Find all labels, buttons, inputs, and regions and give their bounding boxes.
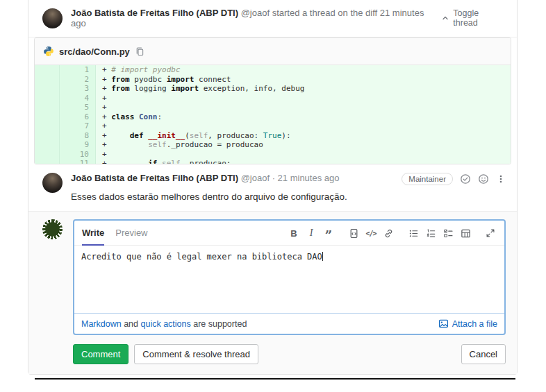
tab-preview[interactable]: Preview <box>115 228 147 244</box>
current-user-avatar <box>42 219 63 239</box>
bold-button[interactable]: B <box>288 227 300 239</box>
kebab-menu-icon <box>496 173 506 185</box>
diff-line: 11+ if self._producao: <box>35 159 511 164</box>
table-button[interactable] <box>459 227 472 239</box>
editor-tabs: Write Preview B I ” </> <box>74 221 504 246</box>
copy-path-button[interactable] <box>135 46 144 56</box>
code-line-content: + from pyodbc import connect <box>96 75 511 85</box>
smiley-icon <box>478 173 489 185</box>
table-icon <box>461 228 471 239</box>
markdown-hint: Markdown and quick actions are supported <box>81 319 247 329</box>
file-path-link[interactable]: src/dao/Conn.py <box>59 46 130 57</box>
new-line-number: 2 <box>60 75 96 85</box>
new-line-number: 6 <box>60 112 96 122</box>
task-list-button[interactable] <box>442 227 454 239</box>
discussion-card: João Batista de Freitas Filho (ABP DTI) … <box>28 0 518 375</box>
editor-footer: Markdown and quick actions are supported… <box>74 313 504 334</box>
code-line-content: + def __init__(self, producao: True): <box>96 131 511 141</box>
chevron-up-icon <box>441 14 449 22</box>
diff-line: 7+ <box>35 121 511 131</box>
attach-image-icon <box>438 318 449 329</box>
thread-header: João Batista de Freitas Filho (ABP DTI) … <box>28 0 517 37</box>
diff-line: 9+ self._producao = producao <box>35 140 511 150</box>
markdown-link[interactable]: Markdown <box>81 319 122 329</box>
new-line-number: 9 <box>60 140 96 150</box>
code-line-content: + <box>96 121 511 131</box>
reply-section: Write Preview B I ” </> <box>28 212 517 374</box>
diff-box: src/dao/Conn.py 1+ # import pyodbc2+ fro… <box>34 37 511 164</box>
bullet-list-icon <box>408 228 419 239</box>
old-line-number <box>35 159 60 164</box>
maintainer-badge: Maintainer <box>402 173 453 185</box>
diff-line: 6+ class Conn: <box>35 112 511 122</box>
author-name-link[interactable]: João Batista de Freitas Filho (ABP DTI) <box>71 173 238 183</box>
attach-file-label: Attach a file <box>452 319 497 329</box>
old-line-number <box>35 103 60 112</box>
editor-column: Write Preview B I ” </> <box>73 219 506 374</box>
old-line-number <box>35 131 60 141</box>
fullscreen-button[interactable] <box>484 227 497 239</box>
diff-line: 4+ <box>35 94 511 103</box>
fullscreen-icon <box>486 228 495 238</box>
comment-body: Esses dados estarão melhores dentro do a… <box>71 191 506 202</box>
text-cursor <box>322 252 323 261</box>
comment-button[interactable]: Comment <box>73 344 129 364</box>
copy-icon <box>135 46 144 56</box>
italic-button[interactable]: I <box>305 227 317 239</box>
file-header: src/dao/Conn.py <box>35 38 511 65</box>
diff-line: 10+ <box>35 150 511 160</box>
comment-resolve-button[interactable]: Comment & resolve thread <box>134 344 258 364</box>
python-icon <box>43 46 54 57</box>
diff-line: 8+ def __init__(self, producao: True): <box>35 131 511 141</box>
old-line-number <box>35 65 60 75</box>
old-line-number <box>35 112 60 122</box>
code-line-content: + <box>96 150 511 160</box>
cancel-button[interactable]: Cancel <box>461 344 506 364</box>
insert-suggestion-button[interactable] <box>347 227 360 239</box>
comment-actions: Maintainer <box>402 173 506 185</box>
numbered-list-button[interactable] <box>424 227 437 239</box>
new-line-number: 11 <box>60 159 96 164</box>
markdown-editor: Write Preview B I ” </> <box>73 219 506 335</box>
actions-row: Comment Comment & resolve thread Cancel <box>73 344 506 374</box>
hint-text: are supported <box>191 319 247 329</box>
author-name-link[interactable]: João Batista de Freitas Filho (ABP DTI) <box>71 8 238 18</box>
add-emoji-button[interactable] <box>478 173 489 185</box>
comment-meta-row: João Batista de Freitas Filho (ABP DTI) … <box>71 173 506 185</box>
old-line-number <box>35 140 60 150</box>
code-line-content: + <box>96 94 511 103</box>
code-line-content: + self._producao = producao <box>96 140 511 150</box>
bullet-list-button[interactable] <box>407 227 420 239</box>
new-line-number: 3 <box>60 84 96 94</box>
resolve-thread-button[interactable] <box>460 173 471 185</box>
diff-line: 2+ from pyodbc import connect <box>35 75 511 85</box>
link-button[interactable] <box>382 227 395 239</box>
new-line-number: 4 <box>60 94 96 103</box>
task-list-icon <box>443 228 454 239</box>
hint-text: and <box>122 319 141 329</box>
suggestion-doc-icon <box>349 228 359 239</box>
old-line-number <box>35 94 60 103</box>
old-line-number <box>35 75 60 85</box>
quick-actions-link[interactable]: quick actions <box>140 319 190 329</box>
quote-button[interactable]: ” <box>322 227 335 239</box>
old-line-number <box>35 84 60 94</box>
page: João Batista de Freitas Filho (ABP DTI) … <box>0 0 546 392</box>
comment-textarea[interactable]: Acredito que não é legal mexer na biblio… <box>74 246 504 313</box>
link-icon <box>383 228 394 239</box>
diff-table: 1+ # import pyodbc2+ from pyodbc import … <box>35 65 511 164</box>
toggle-thread-button[interactable]: Toggle thread <box>441 8 506 28</box>
diff-line: 3+ from logging import exception, info, … <box>35 84 511 94</box>
attach-file-button[interactable]: Attach a file <box>438 318 497 329</box>
diff-line: 1+ # import pyodbc <box>35 65 511 75</box>
new-line-number: 8 <box>60 131 96 141</box>
tab-write[interactable]: Write <box>82 228 104 246</box>
comment-meta: João Batista de Freitas Filho (ABP DTI) … <box>71 173 340 183</box>
comment-main: João Batista de Freitas Filho (ABP DTI) … <box>71 173 506 202</box>
more-actions-button[interactable] <box>496 173 506 185</box>
code-button[interactable]: </> <box>365 227 377 239</box>
avatar <box>42 173 63 193</box>
avatar <box>42 8 63 28</box>
textarea-content: Acredito que não é legal mexer na biblio… <box>81 252 322 262</box>
thread-header-text: João Batista de Freitas Filho (ABP DTI) … <box>71 8 441 28</box>
